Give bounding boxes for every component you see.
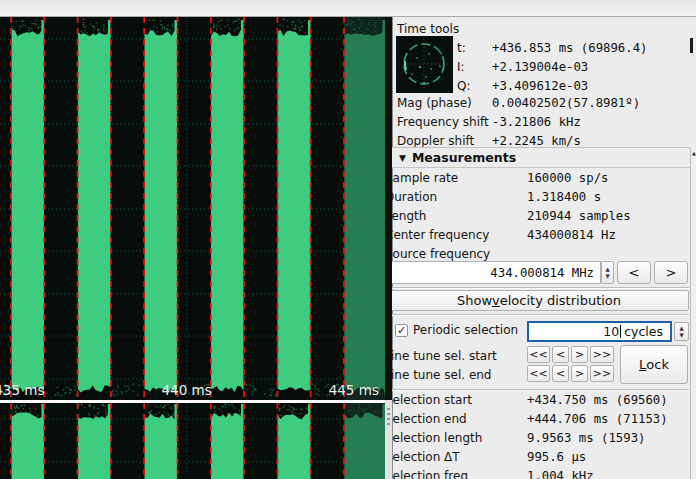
time-tools-title: Time tools (397, 22, 459, 36)
spin-down-icon[interactable]: ▼ (605, 273, 609, 279)
check-icon: ✓ (397, 324, 406, 337)
mag-value: 0.00402502(57.8981º) (492, 96, 640, 110)
lock-button[interactable]: Lock (620, 345, 688, 384)
q-value: +3.409612e-03 (492, 79, 588, 93)
duration-label: Duration (385, 190, 437, 204)
splitter-grip-icon[interactable] (387, 408, 390, 426)
waveform-main[interactable]: 435 ms440 ms445 ms (0, 17, 385, 400)
cycles-input[interactable]: 10 cycles (527, 321, 672, 342)
constellation-icon (396, 36, 453, 93)
fine-tune-end-label: Fine tune sel. end (385, 368, 491, 382)
center-frequency-value: 434000814 Hz (527, 228, 616, 242)
t-label: t: (457, 41, 466, 55)
selection-freq-value: 1.004 kHz (527, 469, 594, 479)
svg-text:445 ms: 445 ms (329, 382, 379, 398)
periodic-selection-label: Periodic selection (413, 323, 518, 337)
i-label: I: (457, 60, 465, 74)
fine-tune-start-label: Fine tune sel. start (385, 349, 497, 363)
spin-down-icon[interactable]: ▼ (679, 332, 683, 338)
cycles-value: 10 (603, 324, 619, 339)
sample-rate-label: Sample rate (385, 171, 458, 185)
source-frequency-label: Source frequency (385, 247, 490, 261)
svg-text:435 ms: 435 ms (0, 382, 45, 398)
mag-label: Mag (phase) (397, 96, 472, 110)
measurements-header-label: Measurements (412, 150, 516, 165)
fine-start-left-button[interactable]: < (552, 346, 569, 363)
cycles-spinner[interactable]: ▲ ▼ (674, 322, 689, 341)
doppler-shift-value: +2.2245 km/s (492, 134, 581, 148)
side-panel: Time tools t: +436.853 ms (69896.4) I: +… (392, 17, 696, 479)
waveform-scrollbar[interactable] (385, 17, 392, 479)
periodic-selection-checkbox[interactable]: ✓ (395, 324, 408, 337)
prev-button[interactable]: < (617, 261, 651, 284)
cycles-suffix: cycles (624, 324, 663, 339)
time-window: 435 ms440 ms445 ms Time tools t: +436.85… (0, 0, 696, 479)
fine-start-big-right-button[interactable]: >> (590, 346, 614, 363)
waveform-view[interactable]: 435 ms440 ms445 ms (0, 17, 385, 479)
selection-start-value: +434.750 ms (69560) (527, 393, 668, 407)
doppler-shift-label: Doppler shift (397, 134, 474, 148)
selection-delta-t-value: 995.6 µs (527, 450, 586, 464)
selection-delta-t-label: Selection ΔT (385, 450, 460, 464)
q-label: Q: (457, 79, 471, 93)
selection-end-label: Selection end (385, 412, 467, 426)
panel-scroll-thumb[interactable] (690, 38, 693, 53)
waveform-secondary[interactable] (0, 403, 385, 479)
sample-rate-value: 160000 sp/s (527, 171, 608, 185)
svg-text:440 ms: 440 ms (161, 382, 211, 398)
frequency-spinbox[interactable]: 434.000814 MHz (385, 261, 601, 284)
frequency-shift-label: Frequency shift (397, 115, 489, 129)
window-chrome (0, 0, 696, 17)
separator (385, 389, 689, 391)
fine-end-big-right-button[interactable]: >> (590, 365, 614, 382)
fine-end-left-button[interactable]: < (552, 365, 569, 382)
fine-start-big-left-button[interactable]: << (527, 346, 550, 363)
frequency-spinner[interactable]: ▲ ▼ (601, 261, 614, 284)
t-value: +436.853 ms (69896.4) (492, 41, 647, 55)
fine-end-big-left-button[interactable]: << (527, 365, 550, 382)
length-value: 210944 samples (527, 209, 631, 223)
separator (385, 314, 689, 316)
selection-freq-label: Selection freq (385, 469, 468, 479)
scroll-up-icon[interactable]: ▲ (692, 150, 696, 156)
measurements-header[interactable]: ▼ Measurements (385, 147, 690, 168)
selection-end-value: +444.706 ms (71153) (527, 412, 668, 426)
collapse-icon[interactable]: ▼ (399, 153, 406, 163)
duration-value: 1.318400 s (527, 190, 601, 204)
center-frequency-label: Center frequency (385, 228, 489, 242)
panel-scrollbar[interactable]: ▲ (690, 148, 696, 479)
show-velocity-distribution-button[interactable]: Show velocity distribution (389, 290, 689, 311)
frequency-shift-value: -3.21806 kHz (492, 115, 581, 129)
selection-length-value: 9.9563 ms (1593) (527, 431, 645, 445)
text-cursor (620, 325, 621, 338)
fine-start-right-button[interactable]: > (571, 346, 588, 363)
separator (385, 287, 689, 289)
selection-length-label: Selection length (385, 431, 482, 445)
next-button[interactable]: > (654, 261, 688, 284)
selection-start-label: Selection start (385, 393, 472, 407)
fine-end-right-button[interactable]: > (571, 365, 588, 382)
i-value: +2.139004e-03 (492, 60, 588, 74)
